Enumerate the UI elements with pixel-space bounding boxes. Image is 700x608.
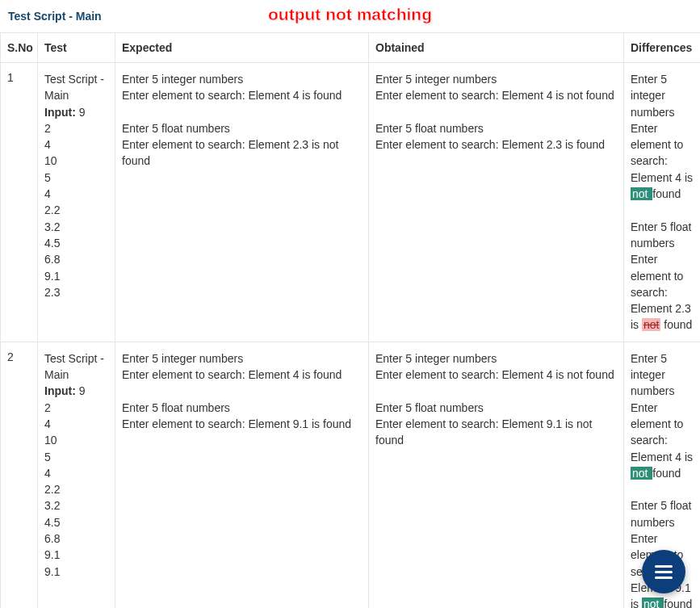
input-rest: 2 4 10 5 4 2.2 3.2 4.5 6.8 9.1 2.3 [44, 122, 60, 299]
cell-differences: Enter 5 integer numbers Enter element to… [624, 63, 701, 342]
menu-fab[interactable] [642, 550, 685, 593]
page-title: Test Script - Main [8, 10, 102, 23]
overlay-annotation: output not matching [268, 5, 432, 24]
input-first: 9 [79, 106, 86, 119]
results-table: S.No Test Expected Obtained Differences … [0, 32, 700, 608]
diff-text: found [664, 598, 692, 608]
diff-text: Enter 5 integer numbers Enter element to… [631, 73, 693, 184]
cell-sno: 2 [1, 342, 38, 608]
input-label: Input: [44, 384, 76, 397]
input-rest: 2 4 10 5 4 2.2 3.2 4.5 6.8 9.1 9.1 [44, 401, 60, 578]
diff-text: found [660, 318, 692, 331]
input-first: 9 [79, 384, 86, 397]
cell-test: Test Script - Main Input: 9 2 4 10 5 4 2… [38, 63, 115, 342]
col-test: Test [38, 33, 115, 63]
test-name: Test Script - Main [44, 73, 104, 102]
cell-obtained: Enter 5 integer numbers Enter element to… [369, 63, 624, 342]
cell-sno: 1 [1, 63, 38, 342]
col-sno: S.No [1, 33, 38, 63]
diff-inserted: not [631, 187, 652, 200]
table-header-row: S.No Test Expected Obtained Differences [1, 33, 701, 63]
col-obtained: Obtained [369, 33, 624, 63]
diff-inserted: not [642, 598, 664, 608]
cell-expected: Enter 5 integer numbers Enter element to… [115, 63, 369, 342]
table-row: 2 Test Script - Main Input: 9 2 4 10 5 4… [1, 342, 701, 608]
hamburger-icon [655, 571, 673, 573]
diff-text: Enter 5 integer numbers Enter element to… [631, 352, 693, 463]
diff-deleted: not [642, 318, 660, 331]
header: Test Script - Main output not matching [0, 0, 700, 32]
diff-inserted: not [631, 467, 652, 480]
cell-test: Test Script - Main Input: 9 2 4 10 5 4 2… [38, 342, 115, 608]
diff-text: found [652, 467, 681, 480]
input-label: Input: [44, 106, 76, 119]
cell-expected: Enter 5 integer numbers Enter element to… [115, 342, 369, 608]
test-name: Test Script - Main [44, 352, 104, 381]
col-expected: Expected [115, 33, 369, 63]
diff-text: found [652, 187, 681, 200]
col-differences: Differences [624, 33, 701, 63]
diff-text: Enter 5 float numbers Enter element to s… [631, 220, 692, 332]
table-row: 1 Test Script - Main Input: 9 2 4 10 5 4… [1, 63, 701, 342]
cell-obtained: Enter 5 integer numbers Enter element to… [369, 342, 624, 608]
